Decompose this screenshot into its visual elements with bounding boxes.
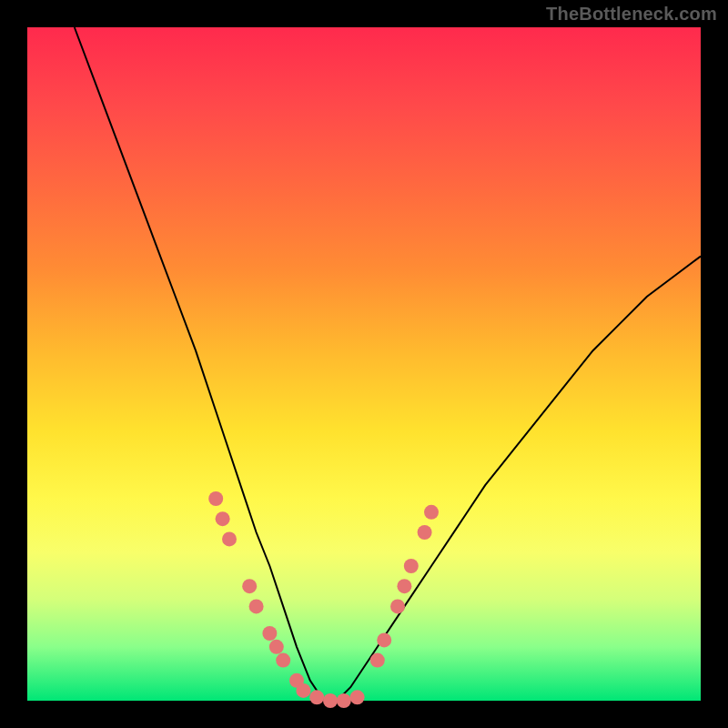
data-marker: [276, 653, 290, 668]
bottleneck-curve: [75, 27, 701, 701]
watermark-text: TheBottleneck.com: [546, 4, 717, 25]
data-marker: [323, 693, 338, 708]
data-marker: [249, 599, 264, 613]
data-marker: [309, 690, 324, 704]
data-marker: [370, 653, 385, 668]
data-marker: [424, 505, 439, 520]
data-marker: [418, 525, 432, 540]
data-marker: [350, 690, 365, 704]
data-marker: [216, 511, 230, 526]
data-marker: [390, 599, 405, 613]
marker-layer: [208, 491, 439, 708]
data-marker: [222, 531, 237, 546]
plot-area: [27, 27, 701, 701]
data-marker: [208, 491, 223, 506]
data-marker: [269, 640, 284, 654]
data-marker: [262, 626, 277, 641]
data-marker: [397, 579, 411, 593]
data-marker: [404, 559, 419, 573]
data-marker: [296, 683, 310, 698]
curve-layer: [75, 27, 701, 701]
data-marker: [337, 693, 351, 708]
data-marker: [377, 632, 391, 647]
outer-frame: TheBottleneck.com: [0, 0, 728, 728]
chart-svg: [27, 27, 701, 701]
data-marker: [242, 579, 257, 593]
